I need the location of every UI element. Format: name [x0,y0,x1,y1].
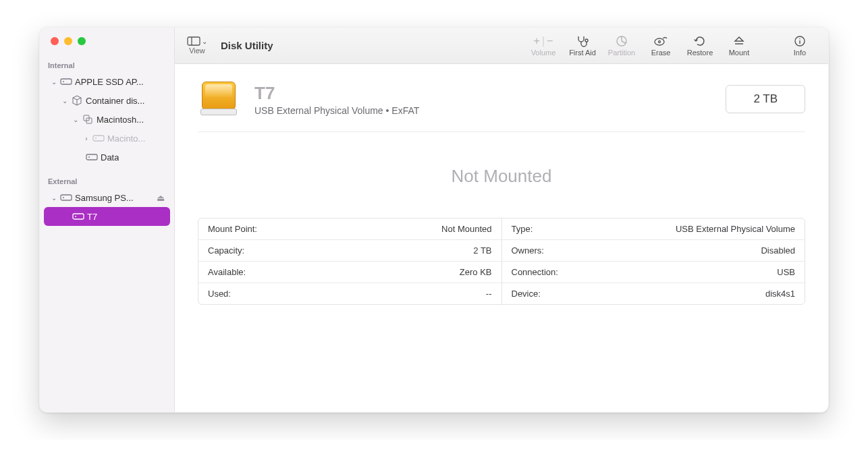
sidebar: Internal ⌄ APPLE SSD AP... ⌄ Container d… [40,28,175,412]
svg-rect-8 [61,195,72,200]
detail-key: Type: [512,224,533,234]
detail-key: Mount Point: [208,224,257,234]
volume-header: T7 USB External Physical Volume • ExFAT … [198,80,805,132]
hard-disk-icon [86,151,98,163]
chevron-down-icon: ⌄ [61,97,68,105]
detail-value: Zero KB [460,267,492,277]
detail-value: disk4s1 [765,289,795,299]
detail-value: Not Mounted [441,224,491,234]
window-title: Disk Utility [221,40,273,51]
partition-button: Partition [605,34,638,57]
detail-key: Used: [208,289,231,299]
first-aid-button[interactable]: First Aid [566,34,599,57]
mount-icon [733,34,745,48]
svg-point-7 [88,156,90,158]
sidebar-item-data[interactable]: Data [44,148,170,167]
svg-rect-0 [61,79,72,84]
view-label: View [189,47,205,55]
restore-button[interactable]: Restore [684,34,716,57]
details-col-right: Type: USB External Physical Volume Owner… [502,218,805,304]
svg-rect-6 [86,154,97,160]
chevron-down-icon: ⌄ [72,116,79,123]
container-icon [71,94,83,107]
sidebar-item-label: Samsung PS... [75,193,134,203]
minus-icon: − [547,35,553,47]
toolbar-label: Info [794,49,806,57]
detail-capacity: Capacity: 2 TB [198,240,501,262]
toolbar-label: Mount [729,49,750,57]
detail-type: Type: USB External Physical Volume [502,218,805,240]
svg-rect-4 [93,136,104,141]
toolbar: ⌄ View Disk Utility +|− Volume First Aid [175,28,828,64]
svg-point-20 [799,38,801,40]
svg-point-1 [63,81,64,82]
details-col-left: Mount Point: Not Mounted Capacity: 2 TB … [198,218,502,304]
view-menu[interactable]: ⌄ View [187,36,207,55]
capacity-badge: 2 TB [726,85,805,113]
sidebar-item-macintosh-hd[interactable]: ⌄ Macintosh... [44,110,170,129]
hard-disk-icon [72,210,84,223]
stethoscope-icon [576,34,589,48]
restore-icon [694,34,706,48]
svg-rect-12 [188,37,200,45]
erase-button[interactable]: Erase [645,34,677,57]
volume-name: T7 [254,83,419,104]
svg-point-11 [75,216,76,217]
toolbar-label: First Aid [569,49,596,57]
window-controls [40,37,174,57]
chevron-down-icon: ⌄ [51,78,57,86]
sidebar-section-external: External [40,173,174,188]
detail-value: Disabled [761,245,795,256]
sidebar-item-container[interactable]: ⌄ Container dis... [44,91,170,110]
svg-point-5 [95,138,97,139]
minimize-window-button[interactable] [64,37,72,45]
detail-connection: Connection: USB [502,262,805,283]
svg-point-14 [585,39,588,42]
detail-available: Available: Zero KB [198,262,501,283]
toolbar-label: Restore [687,49,713,57]
external-disk-icon [198,80,240,118]
sidebar-layout-icon [187,36,200,46]
hard-disk-icon [60,76,72,88]
info-icon [794,34,806,48]
eject-icon[interactable]: ⏏ [157,193,165,203]
sidebar-item-label: APPLE SSD AP... [75,77,144,87]
info-button[interactable]: Info [784,34,816,57]
sidebar-item-label: Data [101,152,119,163]
sidebar-item-macintosh-hd-snapshot[interactable]: › Macinto... [44,129,170,148]
mount-button[interactable]: Mount [723,34,755,57]
toolbar-label: Partition [608,49,635,57]
volume-button: +|− Volume [527,34,560,57]
sidebar-item-t7[interactable]: T7 [44,207,170,226]
hard-disk-icon [92,132,105,144]
close-window-button[interactable] [51,37,59,45]
zoom-window-button[interactable] [78,37,86,45]
detail-key: Device: [512,289,541,299]
detail-key: Owners: [512,245,544,256]
main: ⌄ View Disk Utility +|− Volume First Aid [175,28,828,412]
chevron-right-icon: › [83,135,90,142]
volume-group-icon [82,113,94,125]
content: T7 USB External Physical Volume • ExFAT … [175,64,828,412]
svg-point-17 [659,41,661,43]
detail-key: Connection: [512,267,558,277]
sidebar-item-label: T7 [87,212,97,222]
toolbar-label: Erase [651,49,671,57]
sidebar-item-label: Macintosh... [97,115,144,125]
hard-disk-icon [60,191,72,204]
detail-device: Device: disk4s1 [502,283,805,304]
chevron-down-icon: ⌄ [51,194,57,202]
detail-value: USB External Physical Volume [676,224,795,234]
sidebar-item-samsung-pssd[interactable]: ⌄ Samsung PS... ⏏ [44,188,170,207]
detail-value: USB [777,267,795,277]
detail-used: Used: -- [198,283,501,304]
volume-subtitle: USB External Physical Volume • ExFAT [254,105,419,116]
toolbar-label: Volume [531,49,556,57]
sidebar-section-internal: Internal [40,57,174,72]
svg-point-16 [655,38,664,45]
erase-disk-icon [653,34,668,48]
chevron-down-icon: ⌄ [202,38,207,45]
detail-value: 2 TB [473,245,491,256]
sidebar-item-apple-ssd[interactable]: ⌄ APPLE SSD AP... [44,72,170,91]
pie-chart-icon [616,34,628,48]
